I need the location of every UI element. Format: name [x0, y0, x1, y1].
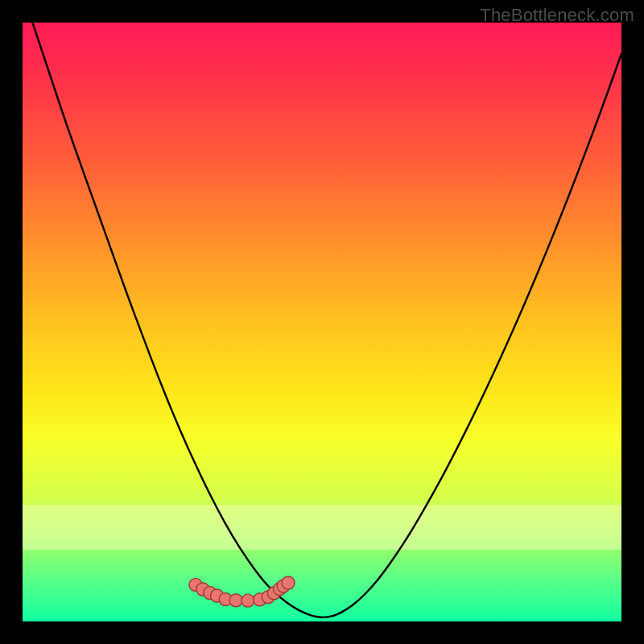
marker-group: [189, 576, 295, 607]
data-marker: [282, 576, 295, 589]
frame: TheBottleneck.com: [0, 0, 644, 644]
chart-svg: [23, 23, 621, 621]
data-marker: [229, 594, 242, 607]
bottleneck-curve: [23, 23, 621, 617]
watermark-text: TheBottleneck.com: [480, 5, 634, 26]
plot-area: [23, 23, 621, 621]
data-marker: [242, 594, 254, 607]
